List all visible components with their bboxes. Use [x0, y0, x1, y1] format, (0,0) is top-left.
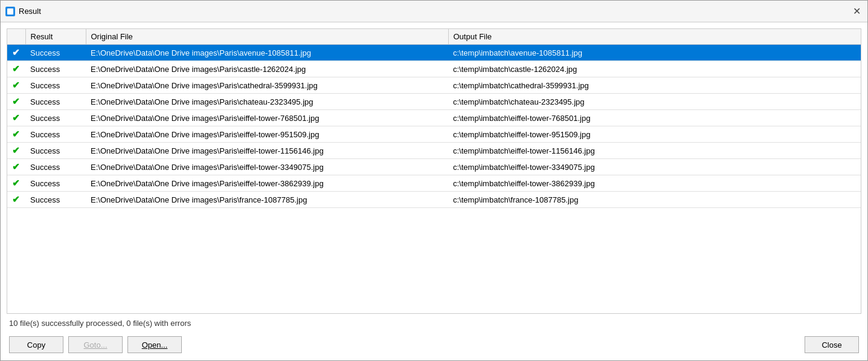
table-row[interactable]: ✔SuccessE:\OneDrive\Data\One Drive image…	[7, 77, 861, 94]
table-row[interactable]: ✔SuccessE:\OneDrive\Data\One Drive image…	[7, 61, 861, 77]
row-check-icon: ✔	[7, 94, 25, 110]
row-output-file: c:\temp\imbatch\eiffel-tower-3862939.jpg	[448, 175, 861, 192]
row-original-file: E:\OneDrive\Data\One Drive images\Paris\…	[86, 61, 448, 77]
summary-text: 10 file(s) successfully processed, 0 fil…	[9, 319, 191, 328]
title-bar: Result ✕	[1, 1, 867, 22]
row-check-icon: ✔	[7, 126, 25, 143]
col-header-output: Output File	[448, 29, 861, 45]
row-output-file: c:\temp\imbatch\eiffel-tower-3349075.jpg	[448, 159, 861, 175]
row-result: Success	[25, 126, 86, 143]
row-check-icon: ✔	[7, 159, 25, 175]
row-original-file: E:\OneDrive\Data\One Drive images\Paris\…	[86, 159, 448, 175]
button-bar: Copy Goto... Open... Close	[7, 333, 861, 354]
col-header-icon	[7, 29, 25, 45]
table-row[interactable]: ✔SuccessE:\OneDrive\Data\One Drive image…	[7, 175, 861, 192]
open-label: Open...	[142, 340, 168, 350]
row-result: Success	[25, 94, 86, 110]
table-body: ✔SuccessE:\OneDrive\Data\One Drive image…	[7, 45, 861, 208]
row-original-file: E:\OneDrive\Data\One Drive images\Paris\…	[86, 175, 448, 192]
row-original-file: E:\OneDrive\Data\One Drive images\Paris\…	[86, 192, 448, 208]
row-result: Success	[25, 77, 86, 94]
table-row[interactable]: ✔SuccessE:\OneDrive\Data\One Drive image…	[7, 126, 861, 143]
row-output-file: c:\temp\imbatch\chateau-2323495.jpg	[448, 94, 861, 110]
dialog-content: Result Original File Output File ✔Succes…	[1, 22, 867, 360]
goto-label: Goto...	[83, 340, 107, 350]
col-header-result: Result	[25, 29, 86, 45]
row-result: Success	[25, 175, 86, 192]
row-output-file: c:\temp\imbatch\eiffel-tower-768501.jpg	[448, 110, 861, 126]
table-header-row: Result Original File Output File	[7, 29, 861, 45]
row-output-file: c:\temp\imbatch\eiffel-tower-1156146.jpg	[448, 143, 861, 159]
col-header-original: Original File	[86, 29, 448, 45]
row-output-file: c:\temp\imbatch\castle-1262024.jpg	[448, 61, 861, 77]
row-original-file: E:\OneDrive\Data\One Drive images\Paris\…	[86, 143, 448, 159]
row-check-icon: ✔	[7, 110, 25, 126]
results-table: Result Original File Output File ✔Succes…	[7, 29, 861, 208]
table-row[interactable]: ✔SuccessE:\OneDrive\Data\One Drive image…	[7, 110, 861, 126]
table-row[interactable]: ✔SuccessE:\OneDrive\Data\One Drive image…	[7, 143, 861, 159]
row-check-icon: ✔	[7, 143, 25, 159]
open-button[interactable]: Open...	[127, 336, 182, 353]
close-title-button[interactable]: ✕	[850, 5, 863, 18]
table-row[interactable]: ✔SuccessE:\OneDrive\Data\One Drive image…	[7, 45, 861, 61]
row-original-file: E:\OneDrive\Data\One Drive images\Paris\…	[86, 94, 448, 110]
row-check-icon: ✔	[7, 192, 25, 208]
title-bar-left: Result	[5, 7, 41, 16]
row-check-icon: ✔	[7, 45, 25, 61]
results-table-container[interactable]: Result Original File Output File ✔Succes…	[7, 28, 861, 314]
row-original-file: E:\OneDrive\Data\One Drive images\Paris\…	[86, 77, 448, 94]
copy-button[interactable]: Copy	[9, 336, 63, 353]
row-result: Success	[25, 159, 86, 175]
table-row[interactable]: ✔SuccessE:\OneDrive\Data\One Drive image…	[7, 192, 861, 208]
row-original-file: E:\OneDrive\Data\One Drive images\Paris\…	[86, 110, 448, 126]
button-bar-left: Copy Goto... Open...	[9, 336, 182, 353]
row-check-icon: ✔	[7, 77, 25, 94]
row-result: Success	[25, 61, 86, 77]
row-check-icon: ✔	[7, 175, 25, 192]
goto-button[interactable]: Goto...	[68, 336, 123, 353]
row-output-file: c:\temp\imbatch\avenue-1085811.jpg	[448, 45, 861, 61]
row-result: Success	[25, 143, 86, 159]
row-check-icon: ✔	[7, 61, 25, 77]
row-output-file: c:\temp\imbatch\cathedral-3599931.jpg	[448, 77, 861, 94]
table-row[interactable]: ✔SuccessE:\OneDrive\Data\One Drive image…	[7, 94, 861, 110]
summary-bar: 10 file(s) successfully processed, 0 fil…	[7, 314, 861, 333]
result-dialog: Result ✕ Result Original File Out	[0, 0, 868, 361]
dialog-title: Result	[19, 7, 41, 16]
row-original-file: E:\OneDrive\Data\One Drive images\Paris\…	[86, 126, 448, 143]
row-original-file: E:\OneDrive\Data\One Drive images\Paris\…	[86, 45, 448, 61]
dialog-icon	[5, 7, 15, 16]
row-result: Success	[25, 45, 86, 61]
close-button[interactable]: Close	[805, 336, 859, 353]
row-result: Success	[25, 192, 86, 208]
row-output-file: c:\temp\imbatch\eiffel-tower-951509.jpg	[448, 126, 861, 143]
table-row[interactable]: ✔SuccessE:\OneDrive\Data\One Drive image…	[7, 159, 861, 175]
row-output-file: c:\temp\imbatch\france-1087785.jpg	[448, 192, 861, 208]
row-result: Success	[25, 110, 86, 126]
